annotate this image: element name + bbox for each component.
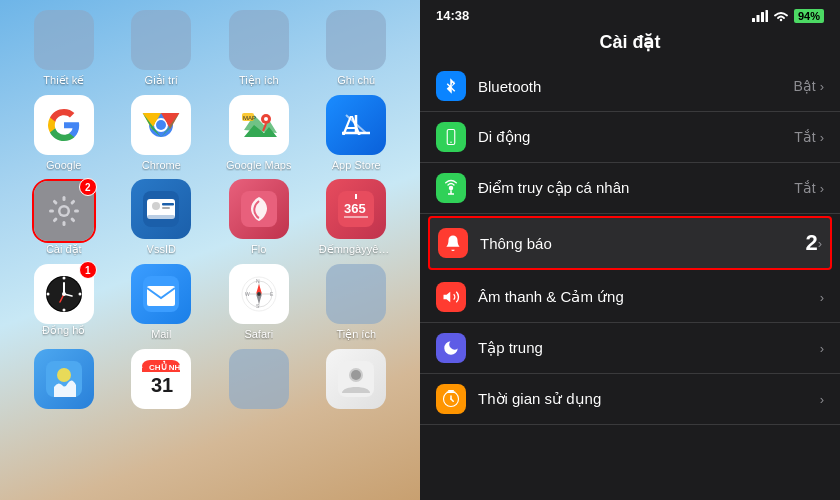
app-label: Tiện ích xyxy=(239,74,279,87)
app-tien-ich-1[interactable]: Tiện ích xyxy=(219,10,299,87)
bluetooth-value: Bật › xyxy=(793,78,824,94)
di-dong-icon xyxy=(436,122,466,152)
svg-point-6 xyxy=(264,117,268,121)
app-row-4: 1 Đồng hồ xyxy=(15,264,405,341)
di-dong-value: Tắt › xyxy=(794,129,824,145)
chevron-icon: › xyxy=(820,341,824,356)
svg-text:MAP: MAP xyxy=(243,115,256,121)
app-label: Google Maps xyxy=(226,159,291,171)
settings-item-diem-truy-cap[interactable]: Điểm truy cập cá nhân Tắt › xyxy=(420,163,840,214)
settings-title: Cài đặt xyxy=(420,27,840,61)
svg-text:W: W xyxy=(245,291,250,297)
settings-item-bluetooth[interactable]: Bluetooth Bật › xyxy=(420,61,840,112)
chevron-icon: › xyxy=(820,181,824,196)
chevron-icon: › xyxy=(820,130,824,145)
app-contacts[interactable] xyxy=(316,349,396,413)
svg-rect-18 xyxy=(70,217,76,223)
signal-icon xyxy=(752,10,768,22)
svg-rect-28 xyxy=(147,215,175,219)
di-dong-label: Di động xyxy=(478,128,794,146)
app-label: Cài đặt xyxy=(46,243,82,256)
focus-icon xyxy=(436,333,466,363)
svg-rect-15 xyxy=(62,196,65,201)
wifi-icon xyxy=(773,10,789,22)
app-calendar[interactable]: CHỦ NHẬT 31 xyxy=(121,349,201,413)
app-label: Tiện ích xyxy=(336,328,376,341)
app-tien-ich-2[interactable]: Tiện ích xyxy=(316,264,396,341)
bluetooth-label: Bluetooth xyxy=(478,78,793,95)
svg-point-35 xyxy=(62,309,65,312)
svg-rect-16 xyxy=(70,199,76,205)
settings-item-di-dong[interactable]: Di động Tắt › xyxy=(420,112,840,163)
svg-line-79 xyxy=(451,399,453,401)
svg-rect-67 xyxy=(756,15,759,22)
notification-icon xyxy=(438,228,468,258)
svg-marker-75 xyxy=(444,292,451,303)
app-label: Flo xyxy=(251,243,266,255)
svg-point-36 xyxy=(46,293,49,296)
svg-point-65 xyxy=(351,370,361,380)
battery-indicator: 94% xyxy=(794,9,824,23)
tap-trung-chevron: › xyxy=(820,341,824,356)
app-weather[interactable] xyxy=(24,349,104,413)
am-thanh-chevron: › xyxy=(820,290,824,305)
status-time: 14:38 xyxy=(436,8,469,23)
app-google-maps[interactable]: MAP Google Maps xyxy=(219,95,299,171)
svg-rect-20 xyxy=(52,217,58,223)
svg-text:365: 365 xyxy=(344,201,366,216)
svg-rect-66 xyxy=(752,18,755,22)
app-google[interactable]: Google xyxy=(24,95,104,171)
app-folder-extra[interactable] xyxy=(219,349,299,413)
app-label: Giải trí xyxy=(145,74,178,87)
thong-bao-number: 2 xyxy=(805,230,817,256)
svg-rect-17 xyxy=(74,210,79,213)
thoi-gian-label: Thời gian sử dụng xyxy=(478,390,820,408)
app-mail[interactable]: Mail xyxy=(121,264,201,341)
app-label: Google xyxy=(46,159,81,171)
app-label: Thiết kế xyxy=(43,74,84,87)
settings-badge: 2 xyxy=(79,178,97,196)
chevron-icon: › xyxy=(818,236,822,251)
app-app-store[interactable]: A App Store xyxy=(316,95,396,171)
app-giai-tri[interactable]: Giải trí xyxy=(121,10,201,87)
app-flo[interactable]: Flo xyxy=(219,179,299,256)
svg-point-72 xyxy=(449,186,454,191)
app-label: Đồng hồ xyxy=(42,324,85,337)
am-thanh-label: Âm thanh & Cảm ứng xyxy=(478,288,820,306)
app-dong-ho[interactable]: 1 Đồng hồ xyxy=(24,264,104,341)
svg-point-71 xyxy=(450,142,452,144)
svg-rect-69 xyxy=(765,10,768,22)
app-label: Mail xyxy=(151,328,171,340)
clock-badge: 1 xyxy=(79,261,97,279)
svg-rect-27 xyxy=(162,207,170,209)
settings-item-tap-trung[interactable]: Tập trung › xyxy=(420,323,840,374)
app-row-3: 2 Cà xyxy=(15,179,405,256)
app-row-1: Thiết kế Giải trí Tiện ích xyxy=(15,10,405,87)
svg-point-3 xyxy=(156,120,166,130)
svg-rect-68 xyxy=(761,12,764,22)
app-thiet-ke[interactable]: Thiết kế xyxy=(24,10,104,87)
app-dem-ngay[interactable]: 365 Đếmngàyyêu-... xyxy=(316,179,396,256)
app-label: VssID xyxy=(147,243,176,255)
svg-rect-19 xyxy=(62,221,65,226)
svg-rect-43 xyxy=(147,286,175,306)
app-chrome[interactable]: Chrome xyxy=(121,95,201,171)
screen-time-icon xyxy=(436,384,466,414)
settings-item-thoi-gian[interactable]: Thời gian sử dụng › xyxy=(420,374,840,425)
status-bar: 14:38 94% xyxy=(420,0,840,27)
diem-truy-cap-value: Tắt › xyxy=(794,180,824,196)
chevron-icon: › xyxy=(820,392,824,407)
sound-icon xyxy=(436,282,466,312)
svg-text:31: 31 xyxy=(151,374,173,396)
thong-bao-chevron: › xyxy=(818,236,822,251)
app-ghi-chu[interactable]: Ghi chú xyxy=(316,10,396,87)
settings-item-thong-bao[interactable]: Thông báo 2 › xyxy=(428,216,832,270)
svg-point-34 xyxy=(62,277,65,280)
svg-point-14 xyxy=(60,208,67,215)
app-vssid[interactable]: VssID xyxy=(121,179,201,256)
app-safari[interactable]: N E S W Safari xyxy=(219,264,299,341)
app-cai-dat[interactable]: 2 Cà xyxy=(24,179,104,256)
tap-trung-label: Tập trung xyxy=(478,339,820,357)
settings-item-am-thanh[interactable]: Âm thanh & Cảm ứng › xyxy=(420,272,840,323)
svg-point-51 xyxy=(257,292,261,296)
